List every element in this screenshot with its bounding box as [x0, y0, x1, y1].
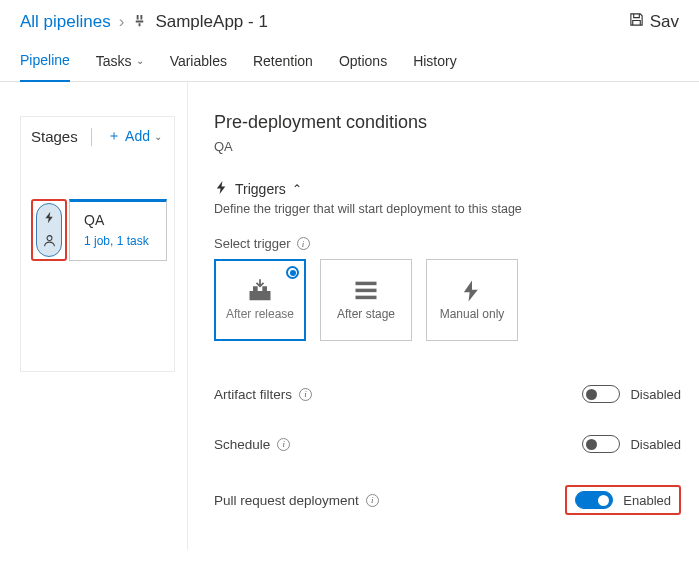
artifact-filters-toggle[interactable] — [582, 385, 620, 403]
breadcrumb-current: SampleApp - 1 — [155, 12, 267, 32]
chevron-up-icon: ⌃ — [292, 182, 302, 196]
schedule-state: Disabled — [630, 437, 681, 452]
artifact-filters-label: Artifact filters — [214, 387, 292, 402]
panel-title: Pre-deployment conditions — [214, 112, 681, 133]
triggers-description: Define the trigger that will start deplo… — [214, 202, 681, 216]
predeployment-panel: Pre-deployment conditions QA Triggers ⌃ … — [188, 82, 699, 550]
schedule-label: Schedule — [214, 437, 270, 452]
triggers-label: Triggers — [235, 181, 286, 197]
info-icon[interactable]: i — [297, 237, 310, 250]
pr-deployment-toggle[interactable] — [575, 491, 613, 509]
trigger-option-after-stage[interactable]: After stage — [320, 259, 412, 341]
tab-tasks-label: Tasks — [96, 53, 132, 69]
opt-label: Manual only — [440, 307, 505, 322]
user-icon — [43, 234, 56, 249]
schedule-toggle[interactable] — [582, 435, 620, 453]
stages-title: Stages — [31, 128, 78, 145]
opt-label: After release — [226, 307, 294, 322]
breadcrumb-separator: › — [119, 12, 125, 32]
info-icon[interactable]: i — [299, 388, 312, 401]
tab-options[interactable]: Options — [339, 42, 387, 81]
stages-panel: Stages │ ＋ Add ⌄ QA 1 — [0, 82, 188, 550]
save-button[interactable]: Sav — [629, 12, 679, 32]
pull-request-deployment-row: Pull request deployment i Enabled — [214, 469, 681, 531]
pipeline-icon — [132, 13, 147, 31]
breadcrumb: All pipelines › SampleApp - 1 Sav — [0, 0, 699, 42]
panel-stage: QA — [214, 139, 681, 154]
plus-icon: ＋ — [107, 127, 121, 145]
svg-rect-2 — [356, 288, 377, 292]
after-release-icon — [246, 279, 274, 303]
artifact-filters-state: Disabled — [630, 387, 681, 402]
chevron-down-icon: ⌄ — [136, 55, 144, 66]
tab-variables[interactable]: Variables — [170, 42, 227, 81]
trigger-icon — [214, 180, 229, 198]
svg-point-0 — [47, 235, 52, 240]
tab-pipeline[interactable]: Pipeline — [20, 42, 70, 82]
after-stage-icon — [352, 279, 380, 303]
tabs: Pipeline Tasks ⌄ Variables Retention Opt… — [0, 42, 699, 82]
trigger-options: After release After stage Manual only — [214, 259, 681, 341]
tab-tasks[interactable]: Tasks ⌄ — [96, 42, 144, 81]
predeployment-conditions-button[interactable] — [31, 199, 67, 261]
info-icon[interactable]: i — [366, 494, 379, 507]
manual-icon — [458, 279, 486, 303]
opt-label: After stage — [337, 307, 395, 322]
tab-history[interactable]: History — [413, 42, 457, 81]
save-icon — [629, 12, 644, 32]
radio-selected-icon — [286, 266, 299, 279]
add-label: Add — [125, 128, 150, 144]
triggers-header[interactable]: Triggers ⌃ — [214, 180, 681, 198]
schedule-row: Schedule i Disabled — [214, 419, 681, 469]
chevron-down-icon: ⌄ — [154, 131, 162, 142]
breadcrumb-root[interactable]: All pipelines — [20, 12, 111, 32]
info-icon[interactable]: i — [277, 438, 290, 451]
add-stage-button[interactable]: ＋ Add ⌄ — [107, 127, 162, 145]
select-trigger-label: Select trigger — [214, 236, 291, 251]
svg-rect-3 — [356, 295, 377, 299]
divider: │ — [88, 128, 97, 145]
pr-deployment-state: Enabled — [623, 493, 671, 508]
trigger-option-manual[interactable]: Manual only — [426, 259, 518, 341]
tab-retention[interactable]: Retention — [253, 42, 313, 81]
stage-jobs-link[interactable]: 1 job, 1 task — [84, 234, 152, 248]
stage-card-qa[interactable]: QA 1 job, 1 task — [69, 199, 167, 261]
trigger-option-after-release[interactable]: After release — [214, 259, 306, 341]
artifact-filters-row: Artifact filters i Disabled — [214, 369, 681, 419]
save-label: Sav — [650, 12, 679, 32]
svg-rect-1 — [356, 281, 377, 285]
trigger-icon — [43, 211, 56, 226]
pr-deployment-label: Pull request deployment — [214, 493, 359, 508]
stage-name: QA — [84, 212, 152, 228]
